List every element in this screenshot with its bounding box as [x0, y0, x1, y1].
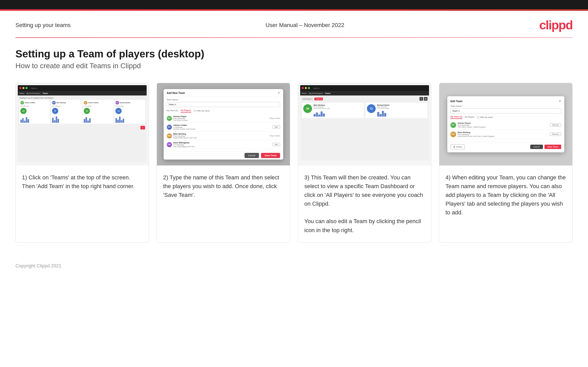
ss3-tab-all: All Players	[302, 98, 313, 100]
delete-team-button[interactable]: 🗑 Delete	[450, 144, 465, 149]
mini-bar	[316, 112, 318, 117]
ss3-icon-1: ✎	[419, 97, 423, 101]
ss3-toolbar: ✎ ⊞	[419, 97, 427, 101]
header: Setting up your teams User Manual – Nove…	[0, 11, 588, 37]
ss1-content: Viewing 4 out of 4 players from: All Pla…	[18, 95, 147, 162]
bar	[87, 120, 89, 123]
edit-save-team-button[interactable]: Save Team	[544, 145, 561, 149]
edit-filter: Filter by name	[477, 116, 493, 118]
player-info-3: Blair McHarg Plus Handicap Royal North D…	[172, 133, 270, 139]
ss1-bars-2	[52, 115, 81, 123]
ss1-player-card-1: AC Adrian Collins Plus Handicap 84	[19, 100, 50, 124]
ss1-bars-1	[20, 115, 49, 123]
dialog-body: Team Name * My Team (2) All Players Filt…	[164, 97, 283, 151]
player-detail-3b: Royal North Devon Golf Club	[173, 137, 268, 139]
ss1-player-card-3: AD Adrian Collins 1.5 Handicap 78	[83, 100, 113, 124]
ss3-player-name-2: Richard Butler	[377, 104, 426, 106]
mini-bar	[384, 113, 386, 117]
ss1-avatar-4: RB	[115, 101, 119, 104]
card-3: clippd.io Home My Performance Teams All …	[298, 83, 431, 243]
player-info-4: Dave Billingham 3.5 Handicap The Gog Mag…	[172, 142, 272, 147]
dialog-close-icon[interactable]: ✕	[278, 91, 280, 95]
ss3-player-info-1: Blair McHarg Plus Handicap Royal North D…	[314, 104, 362, 117]
player-name-3: Blair McHarg	[173, 133, 268, 135]
player-avatar-4: DB	[167, 142, 172, 147]
filter-checkbox[interactable]	[194, 110, 196, 112]
edit-dialog-close-icon[interactable]: ✕	[559, 99, 561, 103]
player-status-1: Player Added	[270, 117, 280, 119]
edit-player-name-2: Blair McHarg	[458, 131, 495, 134]
bar	[54, 120, 55, 123]
team-name-input[interactable]	[167, 102, 280, 107]
ss3-icon-2: ⊞	[424, 97, 427, 101]
ss3-nav-teams: Teams	[325, 92, 331, 94]
edit-dialog-title: Edit Team	[450, 100, 463, 103]
ss3-topbar: clippd.io	[300, 85, 429, 91]
card-2-description: 2) Type the name of this Team and then s…	[163, 174, 279, 198]
ss3-player-name-1: Blair McHarg	[314, 104, 362, 106]
bar	[115, 118, 117, 123]
cards-container: clippd.io Home My Performance Teams View…	[0, 83, 588, 258]
filter-label: Filter by name	[197, 110, 210, 112]
player-row-3: BM Blair McHarg Plus Handicap Royal Nort…	[167, 132, 280, 140]
ss1-avatar-1: AC	[20, 101, 24, 104]
ss3-player-card-1: 94 Blair McHarg Plus Handicap Royal Nort…	[302, 103, 364, 118]
cancel-button[interactable]: Cancel	[245, 153, 259, 158]
edit-footer-right: Cancel Save Team	[530, 145, 561, 149]
player-detail-4b: The Gog Magog Golf Club	[173, 146, 271, 147]
edit-player-sub-2a: Plus Handicap	[458, 134, 495, 135]
ss1-avatar-2: BM	[52, 101, 56, 104]
bar	[89, 118, 91, 123]
edit-tab-all-players[interactable]: All Players	[465, 116, 475, 119]
edit-filter-checkbox[interactable]	[477, 116, 479, 118]
edit-cancel-button[interactable]: Cancel	[530, 145, 543, 149]
save-team-button[interactable]: Save Team	[261, 153, 280, 158]
ss1-topbar: clippd.io	[18, 85, 147, 91]
edit-team-name-input[interactable]	[450, 108, 561, 113]
ss3-player-sub-2b: The Shire London	[377, 108, 426, 109]
bar	[117, 120, 119, 123]
ss1-player-card-4: RB Richard Butler Plus Handicap 72	[114, 100, 145, 124]
player-name-2: Adrian Coliba	[173, 124, 271, 126]
mini-bar	[380, 114, 382, 117]
ss3-nav-performance: My Performance	[309, 92, 323, 94]
bar	[26, 117, 27, 123]
bar	[123, 119, 124, 123]
edit-team-name-label: Team Name *	[450, 105, 561, 107]
card-3-screenshot: clippd.io Home My Performance Teams All …	[298, 83, 431, 165]
remove-player-btn-2[interactable]: Remove	[550, 133, 561, 136]
player-info-2: Adrian Coliba 1 Handicap Central London …	[172, 124, 272, 130]
edit-avatar-2: BM	[450, 132, 456, 137]
edit-player-details-1: Adrian Player Plus Handicap The Shire Lo…	[458, 122, 486, 128]
edit-footer: 🗑 Delete Cancel Save Team	[450, 142, 561, 149]
edit-avatar-1: AP	[450, 122, 456, 128]
ss1-nav-teams: Teams	[43, 92, 48, 94]
edit-player-sub-2b: Royal North Devon Golf Club, United King…	[458, 135, 495, 137]
bar	[84, 119, 85, 123]
ss1-player-sub-3: 1.5 Handicap	[84, 105, 112, 107]
page-title: Setting up a Team of players (desktop)	[15, 48, 573, 60]
tab-my-team[interactable]: My Team (2)	[167, 109, 178, 112]
card-4-description: 4) When editing your Team, you can chang…	[446, 174, 566, 216]
edit-dialog-header: Edit Team ✕	[450, 99, 561, 103]
tab-all-players[interactable]: All Players	[181, 109, 191, 112]
add-player-btn-4[interactable]: Add	[272, 143, 280, 146]
ss3-mini-bars-1	[314, 110, 362, 117]
remove-player-btn-1[interactable]: Remove	[550, 123, 561, 127]
mini-bar	[321, 111, 323, 117]
edit-tab-my-team[interactable]: My Team (2)	[450, 116, 462, 119]
header-center-text: User Manual – November 2022	[265, 22, 344, 29]
ss1-url: clippd.io	[31, 87, 37, 89]
ss1-bars-3	[84, 115, 112, 123]
ss3-player-cards: 94 Blair McHarg Plus Handicap Royal Nort…	[302, 103, 427, 118]
player-avatar-1: AP	[167, 116, 172, 121]
ss1-dot-red	[19, 87, 21, 89]
ss3-team-tabs: All Players Team A	[302, 98, 323, 100]
add-player-btn-2[interactable]: Add	[272, 125, 280, 129]
ss3-nav: Home My Performance Teams	[300, 91, 429, 95]
ss1-player-name-4: Richard Butler	[120, 102, 130, 103]
ss3-dot-yellow	[305, 87, 307, 89]
header-left-text: Setting up your teams	[15, 22, 71, 29]
ss3-mini-bars-2	[377, 110, 426, 117]
ss3-dot-green	[308, 87, 310, 89]
